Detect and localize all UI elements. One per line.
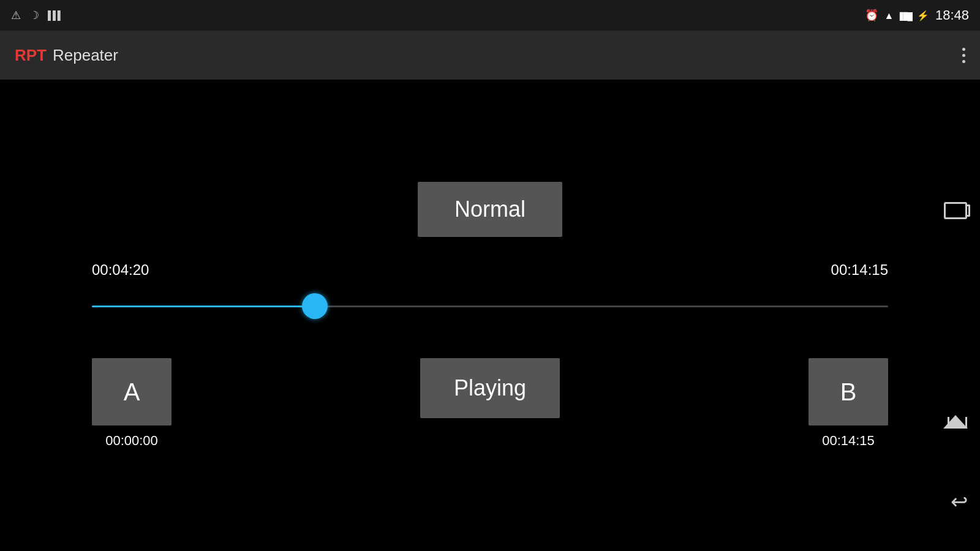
menu-dot <box>962 60 965 63</box>
clock-time: 18:48 <box>935 7 969 23</box>
end-time-label: 00:14:15 <box>831 261 888 279</box>
b-time-label: 00:14:15 <box>822 433 875 449</box>
seek-bar-container[interactable] <box>92 291 888 321</box>
app-title: Repeater <box>53 46 118 65</box>
brand-rpt: RPT <box>15 46 47 65</box>
playing-button[interactable]: Playing <box>420 358 560 418</box>
signal-icon <box>900 9 911 22</box>
title-brand: RPT Repeater <box>15 46 118 65</box>
battery-icon <box>917 9 929 22</box>
a-control-group: A 00:00:00 <box>92 358 172 449</box>
a-time-label: 00:00:00 <box>105 433 158 449</box>
fullscreen-icon[interactable] <box>944 202 967 219</box>
back-icon: ↩ <box>951 490 968 513</box>
warning-icon <box>11 9 21 22</box>
alarm-icon <box>865 9 878 22</box>
overflow-menu-button[interactable] <box>962 48 965 63</box>
moon-icon <box>29 9 39 22</box>
wifi-icon <box>884 9 894 22</box>
playing-control-group: Playing <box>420 358 560 418</box>
time-row: 00:04:20 00:14:15 <box>92 261 888 279</box>
seek-thumb[interactable] <box>302 293 328 319</box>
title-bar: RPT Repeater <box>0 31 980 80</box>
bottom-controls: A 00:00:00 Playing B 00:14:15 <box>92 358 888 449</box>
current-time-label: 00:04:20 <box>92 261 149 279</box>
normal-speed-button[interactable]: Normal <box>418 182 562 237</box>
seek-fill <box>92 305 315 307</box>
seek-track[interactable] <box>92 305 888 307</box>
bars-icon <box>48 10 62 21</box>
menu-dot <box>962 48 965 51</box>
b-marker-button[interactable]: B <box>809 358 888 425</box>
b-control-group: B 00:14:15 <box>809 358 888 449</box>
home-icon[interactable] <box>943 415 968 429</box>
a-marker-button[interactable]: A <box>92 358 172 425</box>
status-left-icons <box>11 9 62 22</box>
back-button[interactable]: ↩ <box>951 489 968 514</box>
status-bar: 18:48 <box>0 0 980 31</box>
status-right-icons: 18:48 <box>865 7 969 23</box>
main-content: Normal 00:04:20 00:14:15 A 00:00:00 Play… <box>0 80 980 551</box>
menu-dot <box>962 54 965 57</box>
right-nav <box>943 80 968 551</box>
